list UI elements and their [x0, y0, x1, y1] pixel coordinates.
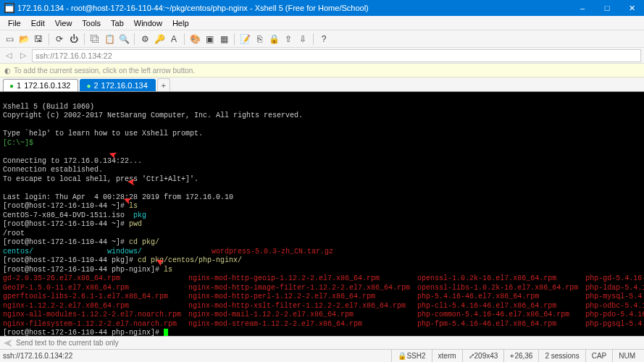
status-ssh: 🔒 SSH2	[391, 350, 431, 362]
separator	[84, 33, 85, 45]
window-title: 172.16.0.134 - root@host-172-16-110-44:~…	[17, 4, 570, 12]
cursor	[164, 329, 168, 336]
prompt: [root@host-172-16-110-44 ~]#	[3, 238, 129, 246]
minimize-button[interactable]: –	[570, 0, 595, 16]
toolbar: ▭ 📂 🖫 ⟳ ⏻ ⿻ 📋 🔍 ⚙ 🔑 A 🎨 ▣ ▦ 📝 ⎘ 🔒 ⇧ ⇩ ?	[0, 30, 644, 48]
color-icon[interactable]: 🎨	[188, 33, 201, 46]
menu-tab[interactable]: Tab	[106, 19, 129, 28]
tab-2[interactable]: ●2 172.16.0.134	[80, 79, 155, 91]
add-tab-button[interactable]: +	[157, 78, 170, 91]
status-dot-icon: ●	[9, 82, 14, 90]
forward-icon[interactable]: ▷	[17, 50, 29, 62]
menu-window[interactable]: Window	[129, 19, 167, 28]
menu-file[interactable]: File	[3, 19, 26, 28]
hint-bar: ◐ To add the current session, click on t…	[0, 64, 644, 77]
status-size: ⤢ 209x43	[462, 350, 504, 362]
status-sessions: 2 sessions	[538, 350, 585, 362]
new-session-icon[interactable]: ▭	[3, 33, 16, 46]
status-path: ssh://172.16.0.134:22	[3, 352, 391, 360]
ls-output: gd-2.0.35-26.el7.x86_64.rpm GeoIP-1.5.0-…	[3, 274, 641, 329]
search-icon[interactable]: 🔍	[117, 33, 130, 46]
script-icon[interactable]: ⎘	[253, 33, 266, 46]
status-term: xterm	[432, 350, 462, 362]
app-icon	[4, 3, 14, 13]
status-cursor: ⌖ 26,36	[503, 350, 538, 362]
send-bar	[0, 336, 644, 349]
upload-icon[interactable]: ⇧	[282, 33, 295, 46]
status-cap: CAP	[585, 350, 613, 362]
copy-icon[interactable]: ⿻	[88, 33, 101, 46]
status-bar: ssh://172.16.0.134:22 🔒 SSH2 xterm ⤢ 209…	[0, 349, 644, 362]
separator	[49, 33, 49, 45]
key-icon[interactable]: 🔑	[153, 33, 166, 46]
open-icon[interactable]: 📂	[17, 33, 30, 46]
paste-icon[interactable]: 📋	[103, 33, 116, 46]
maximize-button[interactable]: □	[595, 0, 619, 16]
prompt: [root@host-172-16-110-44 php-nginx]#	[3, 329, 164, 336]
menu-tools[interactable]: Tools	[77, 19, 106, 28]
prompt: [root@host-172-16-110-44 ~]#	[3, 202, 129, 210]
hint-icon: ◐	[4, 67, 11, 75]
separator	[234, 33, 235, 45]
tile-icon[interactable]: ▦	[217, 33, 230, 46]
address-bar: ◁ ▷	[0, 48, 644, 64]
separator	[184, 33, 185, 45]
tab-icon[interactable]: ▣	[203, 33, 216, 46]
address-input[interactable]	[32, 49, 641, 62]
send-icon	[3, 338, 13, 348]
menu-edit[interactable]: Edit	[26, 19, 50, 28]
prompt: [root@host-172-16-110-44 pkg]#	[3, 256, 138, 264]
status-num: NUM	[612, 350, 641, 362]
menu-help[interactable]: Help	[167, 19, 194, 28]
font-icon[interactable]: A	[167, 33, 180, 46]
status-dot-icon: ●	[86, 82, 91, 90]
save-icon[interactable]: 🖫	[32, 33, 45, 46]
separator	[134, 33, 135, 45]
titlebar: 172.16.0.134 - root@host-172-16-110-44:~…	[0, 0, 644, 16]
menubar: File Edit View Tools Tab Window Help	[0, 16, 644, 30]
reconnect-icon[interactable]: ⟳	[53, 33, 66, 46]
help-icon[interactable]: ?	[317, 33, 330, 46]
hint-text: To add the current session, click on the…	[14, 67, 195, 75]
menu-view[interactable]: View	[50, 19, 78, 28]
log-icon[interactable]: 📝	[238, 33, 251, 46]
separator	[313, 33, 314, 45]
back-icon[interactable]: ◁	[3, 50, 14, 62]
session-tabs: ●1 172.16.0.132 ●2 172.16.0.134 +	[0, 77, 644, 92]
terminal[interactable]: Xshell 5 (Build 1060) Copyright (c) 2002…	[0, 92, 644, 336]
properties-icon[interactable]: ⚙	[138, 33, 151, 46]
tab-1[interactable]: ●1 172.16.0.132	[3, 79, 78, 91]
lock-icon[interactable]: 🔒	[267, 33, 280, 46]
send-input[interactable]	[16, 339, 641, 347]
disconnect-icon[interactable]: ⏻	[67, 33, 80, 46]
download-icon[interactable]: ⇩	[296, 33, 309, 46]
svg-rect-2	[6, 4, 14, 7]
prompt: [root@host-172-16-110-44 ~]#	[3, 220, 129, 228]
prompt: [root@host-172-16-110-44 php-nginx]#	[3, 266, 164, 274]
close-button[interactable]: ✕	[619, 0, 644, 16]
